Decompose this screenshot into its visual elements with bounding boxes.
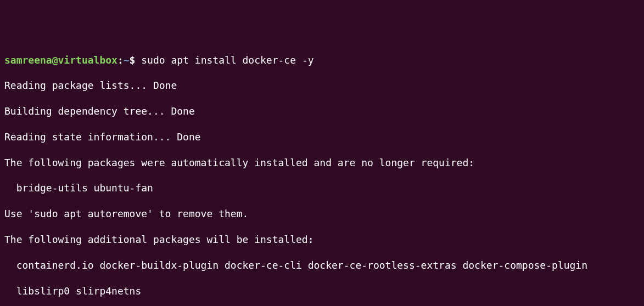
- prompt-user-host: samreena@virtualbox: [4, 54, 117, 66]
- output-line: bridge-utils ubuntu-fan: [4, 182, 640, 194]
- output-line: Use 'sudo apt autoremove' to remove them…: [4, 207, 640, 220]
- command-text: sudo apt install docker-ce -y: [141, 54, 313, 66]
- output-line: libslirp0 slirp4netns: [4, 285, 640, 297]
- output-line: The following packages were automaticall…: [4, 156, 640, 169]
- prompt-line[interactable]: samreena@virtualbox:~$ sudo apt install …: [4, 54, 640, 66]
- prompt-path: ~: [124, 54, 130, 66]
- output-line: containerd.io docker-buildx-plugin docke…: [4, 259, 640, 271]
- output-line: The following additional packages will b…: [4, 233, 640, 246]
- prompt-dollar: $: [130, 54, 142, 66]
- prompt-colon: :: [117, 54, 124, 66]
- output-line: Reading state information... Done: [4, 131, 640, 143]
- output-line: Reading package lists... Done: [4, 79, 640, 92]
- output-line: Building dependency tree... Done: [4, 105, 640, 117]
